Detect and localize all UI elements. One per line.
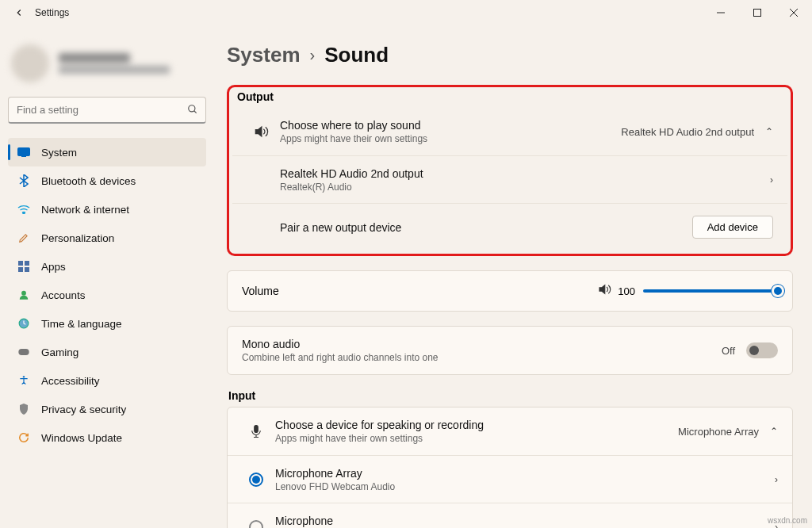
radio-unselected[interactable] — [249, 520, 263, 529]
row-subtitle: Apps might have their own settings — [280, 133, 621, 144]
sidebar-item-time[interactable]: Time & language — [8, 309, 206, 338]
output-section-label: Output — [237, 90, 787, 103]
gaming-icon — [17, 346, 30, 358]
sidebar-item-update[interactable]: Windows Update — [8, 423, 206, 452]
microphone-icon — [242, 423, 270, 439]
svg-rect-12 — [25, 267, 29, 272]
row-title: Choose a device for speaking or recordin… — [275, 419, 678, 431]
privacy-icon — [17, 403, 30, 415]
svg-rect-17 — [255, 426, 259, 433]
svg-rect-15 — [18, 349, 29, 355]
row-title: Choose where to play sound — [280, 119, 621, 132]
svg-point-16 — [23, 376, 25, 377]
row-title: Microphone — [275, 515, 775, 527]
input-device-1-row[interactable]: Microphone Array Lenovo FHD Webcam Audio… — [228, 455, 792, 503]
mono-state: Off — [722, 345, 735, 357]
titlebar: Settings — [0, 0, 812, 25]
row-subtitle: Combine left and right audio channels in… — [242, 352, 722, 363]
speaker-icon[interactable] — [597, 282, 611, 300]
svg-point-4 — [189, 105, 195, 112]
slider-thumb[interactable] — [772, 285, 784, 297]
volume-card: Volume 100 — [227, 270, 793, 312]
sidebar: System Bluetooth & devices Network & int… — [0, 25, 214, 528]
page-title: Sound — [324, 43, 389, 67]
input-device-value: Microphone Array — [678, 426, 759, 438]
sidebar-item-apps[interactable]: Apps — [8, 252, 206, 281]
sidebar-item-accessibility[interactable]: Accessibility — [8, 366, 206, 395]
row-title: Realtek HD Audio 2nd output — [280, 167, 770, 180]
main-content: System › Sound Output Choose where to pl… — [214, 25, 812, 528]
svg-point-8 — [23, 212, 25, 214]
sidebar-item-network[interactable]: Network & internet — [8, 195, 206, 224]
svg-rect-1 — [754, 10, 761, 17]
window-controls — [703, 0, 812, 25]
chevron-right-icon: › — [770, 174, 773, 186]
nav-label: Bluetooth & devices — [41, 175, 136, 187]
svg-rect-9 — [18, 261, 23, 266]
chevron-up-icon: ⌃ — [770, 426, 778, 437]
mono-toggle[interactable] — [746, 342, 778, 358]
nav-label: Apps — [41, 261, 66, 273]
back-button[interactable] — [6, 0, 32, 25]
svg-line-5 — [194, 111, 197, 113]
window-title: Settings — [35, 7, 69, 18]
accessibility-icon — [17, 374, 30, 387]
search-icon — [187, 104, 198, 118]
nav-label: Accounts — [41, 289, 86, 301]
svg-rect-6 — [18, 148, 30, 156]
volume-label: Volume — [242, 285, 279, 297]
row-title: Mono audio — [242, 338, 722, 350]
breadcrumb: System › Sound — [227, 43, 793, 67]
chevron-up-icon: ⌃ — [765, 126, 773, 137]
input-device-2-row[interactable]: Microphone Realtek(R) Audio › — [228, 503, 792, 528]
chevron-right-icon: › — [310, 46, 316, 64]
add-output-device-button[interactable]: Add device — [692, 216, 773, 239]
sidebar-item-bluetooth[interactable]: Bluetooth & devices — [8, 166, 206, 195]
user-email — [59, 66, 170, 74]
svg-point-13 — [21, 291, 26, 296]
input-card: Choose a device for speaking or recordin… — [227, 407, 793, 528]
maximize-button[interactable] — [739, 0, 776, 25]
sidebar-item-system[interactable]: System — [8, 138, 206, 166]
choose-input-row[interactable]: Choose a device for speaking or recordin… — [228, 407, 792, 455]
sidebar-item-accounts[interactable]: Accounts — [8, 281, 206, 309]
search-input[interactable] — [8, 97, 206, 124]
nav-label: Gaming — [41, 346, 79, 358]
output-highlight: Output Choose where to play sound Apps m… — [227, 85, 793, 256]
nav-label: Privacy & security — [41, 404, 126, 415]
system-icon — [17, 146, 30, 159]
volume-slider[interactable] — [643, 289, 778, 293]
sidebar-item-gaming[interactable]: Gaming — [8, 338, 206, 366]
row-title: Microphone Array — [275, 467, 775, 480]
update-icon — [17, 431, 30, 444]
output-card: Choose where to play sound Apps might ha… — [232, 108, 787, 251]
user-profile[interactable] — [11, 44, 206, 82]
choose-output-row[interactable]: Choose where to play sound Apps might ha… — [232, 108, 787, 155]
mono-card: Mono audio Combine left and right audio … — [227, 326, 793, 375]
search-container — [8, 97, 206, 124]
apps-icon — [17, 260, 30, 273]
avatar — [11, 44, 49, 82]
speaker-icon — [247, 124, 275, 140]
row-subtitle: Realtek(R) Audio — [280, 182, 770, 193]
radio-selected[interactable] — [249, 473, 263, 487]
sidebar-item-personalization[interactable]: Personalization — [8, 224, 206, 252]
svg-rect-11 — [18, 267, 23, 272]
row-subtitle: Lenovo FHD Webcam Audio — [275, 481, 775, 492]
minimize-button[interactable] — [703, 0, 739, 25]
mono-audio-row[interactable]: Mono audio Combine left and right audio … — [228, 327, 792, 374]
volume-value: 100 — [618, 285, 635, 297]
output-device-row[interactable]: Realtek HD Audio 2nd output Realtek(R) A… — [232, 155, 787, 203]
nav-label: Accessibility — [41, 375, 100, 387]
sidebar-item-privacy[interactable]: Privacy & security — [8, 395, 206, 423]
nav-label: Personalization — [41, 232, 114, 244]
nav-label: Network & internet — [41, 204, 129, 216]
wifi-icon — [17, 203, 30, 216]
close-button[interactable] — [776, 0, 812, 25]
pair-output-row: Pair a new output device Add device — [232, 203, 787, 251]
svg-rect-10 — [25, 261, 29, 266]
watermark: wsxdn.com — [768, 516, 807, 525]
row-title: Pair a new output device — [280, 221, 692, 234]
breadcrumb-parent[interactable]: System — [227, 43, 301, 67]
output-device-value: Realtek HD Audio 2nd output — [621, 126, 754, 138]
